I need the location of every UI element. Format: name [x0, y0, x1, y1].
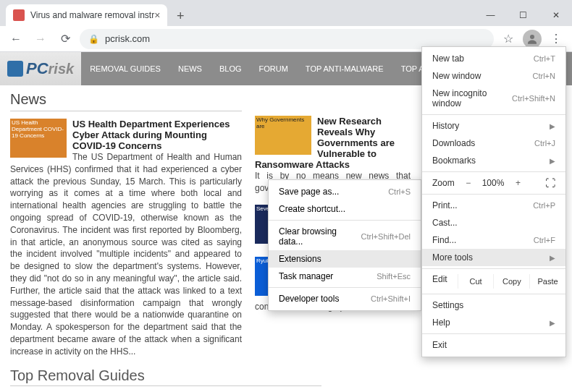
chevron-right-icon: ▶	[550, 319, 555, 327]
submenu-extensions[interactable]: Extensions	[269, 250, 421, 268]
section-title-news: News	[10, 91, 242, 111]
tab-title: Virus and malware removal instr	[30, 10, 154, 20]
submenu-task-manager[interactable]: Task managerShift+Esc	[269, 268, 421, 285]
edit-copy-button[interactable]: Copy	[493, 274, 529, 289]
edit-cut-button[interactable]: Cut	[458, 274, 494, 289]
nav-item[interactable]: NEWS	[169, 64, 211, 73]
zoom-label: Zoom	[432, 178, 455, 188]
article: US Health Department COVID-19 Concerns U…	[10, 119, 242, 358]
site-logo[interactable]: PCrisk	[0, 59, 81, 78]
tab-favicon	[13, 9, 25, 21]
menu-new-window[interactable]: New windowCtrl+N	[422, 67, 565, 85]
submenu-dev-tools[interactable]: Developer toolsCtrl+Shift+I	[269, 290, 421, 307]
menu-downloads[interactable]: DownloadsCtrl+J	[422, 135, 565, 152]
nav-item[interactable]: BLOG	[211, 64, 251, 73]
zoom-value: 100%	[482, 178, 505, 188]
menu-zoom-row: Zoom − 100% + ⛶	[422, 174, 565, 192]
menu-more-tools[interactable]: More tools▶	[422, 249, 565, 266]
logo-icon	[7, 61, 23, 77]
section-title-top-removal: Top Removal Guides	[10, 367, 321, 386]
maximize-button[interactable]: ☐	[507, 4, 539, 26]
article-thumbnail[interactable]: Why Governments are	[255, 116, 311, 155]
lock-icon: 🔒	[88, 34, 99, 44]
url-text: pcrisk.com	[105, 33, 150, 44]
submenu-clear-data[interactable]: Clear browsing data...Ctrl+Shift+Del	[269, 223, 421, 250]
menu-edit-row: Edit Cut Copy Paste	[422, 271, 565, 291]
minimize-button[interactable]: —	[474, 4, 507, 26]
menu-bookmarks[interactable]: Bookmarks▶	[422, 152, 565, 169]
reload-button[interactable]: ⟳	[55, 29, 75, 49]
menu-history[interactable]: History▶	[422, 117, 565, 135]
new-tab-button[interactable]: +	[170, 6, 190, 26]
menu-exit[interactable]: Exit	[422, 336, 565, 354]
zoom-out-button[interactable]: −	[460, 178, 476, 188]
column-left: News US Health Department COVID-19 Conce…	[10, 91, 242, 368]
article-title[interactable]: US Health Department Experiences Cyber A…	[72, 119, 230, 151]
article-thumbnail[interactable]: US Health Department COVID-19 Concerns	[10, 119, 67, 158]
menu-find[interactable]: Find...Ctrl+F	[422, 231, 565, 249]
close-button[interactable]: ✕	[539, 4, 572, 26]
chevron-right-icon: ▶	[550, 254, 555, 262]
more-tools-submenu: Save page as...Ctrl+S Create shortcut...…	[268, 179, 421, 311]
menu-settings[interactable]: Settings	[422, 297, 565, 314]
nav-item[interactable]: TOP ANTI-MALWARE	[297, 64, 392, 73]
edit-label: Edit	[422, 274, 458, 289]
back-button[interactable]: ←	[6, 29, 26, 49]
chrome-main-menu: New tabCtrl+T New windowCtrl+N New incog…	[421, 46, 566, 357]
article-body: The US Department of Health and Human Se…	[10, 151, 242, 358]
menu-print[interactable]: Print...Ctrl+P	[422, 197, 565, 214]
zoom-in-button[interactable]: +	[510, 178, 526, 188]
menu-help[interactable]: Help▶	[422, 314, 565, 331]
edit-paste-button[interactable]: Paste	[529, 274, 565, 289]
chevron-right-icon: ▶	[550, 122, 555, 130]
window-titlebar: Virus and malware removal instr × + — ☐ …	[0, 0, 572, 26]
close-icon[interactable]: ×	[154, 9, 160, 21]
nav-item[interactable]: REMOVAL GUIDES	[81, 64, 169, 73]
menu-new-tab[interactable]: New tabCtrl+T	[422, 50, 565, 67]
submenu-save-page[interactable]: Save page as...Ctrl+S	[269, 183, 421, 200]
profile-avatar[interactable]	[523, 30, 542, 48]
nav-item[interactable]: FORUM	[251, 64, 297, 73]
chevron-right-icon: ▶	[550, 157, 555, 165]
browser-tab[interactable]: Virus and malware removal instr ×	[6, 4, 167, 26]
svg-point-0	[530, 35, 534, 39]
fullscreen-icon[interactable]: ⛶	[545, 177, 555, 189]
menu-incognito[interactable]: New incognito windowCtrl+Shift+N	[422, 85, 565, 112]
submenu-create-shortcut[interactable]: Create shortcut...	[269, 200, 421, 218]
forward-button[interactable]: →	[30, 29, 51, 49]
window-controls: — ☐ ✕	[474, 4, 572, 26]
menu-cast[interactable]: Cast...	[422, 214, 565, 231]
